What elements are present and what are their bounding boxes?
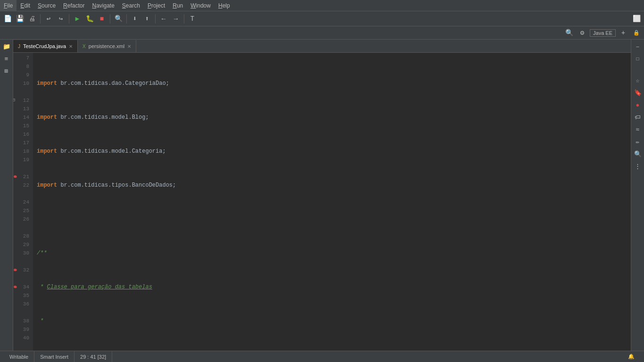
editor-area: J TesteCrudJpa.java ✕ X persistence.xml … <box>13 40 631 351</box>
ln-24: 24 <box>13 198 29 206</box>
save-btn[interactable]: 💾 <box>14 13 25 25</box>
undo-btn[interactable]: ↩ <box>43 13 54 25</box>
bookmark-icon[interactable]: 🔖 <box>633 88 643 98</box>
menu-edit[interactable]: Edit <box>17 0 34 11</box>
task-icon[interactable]: ☆ <box>633 75 643 86</box>
java-file-icon: J <box>18 44 20 49</box>
sep1 <box>40 14 41 24</box>
java-ee-perspective[interactable]: Java EE <box>590 29 616 37</box>
menu-window[interactable]: Window <box>187 0 215 11</box>
ln-16: 16 <box>13 130 29 139</box>
ln-31 <box>13 257 29 266</box>
menu-source[interactable]: Source <box>34 0 59 11</box>
maximize-editor-icon[interactable]: □ <box>633 54 643 64</box>
right-iconbar: — □ ☆ 🔖 ● 🏷 ≈ ✏ 🔍 ⋮ <box>631 40 644 351</box>
code-line-14: * <box>35 317 629 325</box>
ln-19: 19 <box>13 156 29 164</box>
menu-refactor[interactable]: Refactor <box>59 0 88 11</box>
position-label: 29 : 41 [32] <box>80 354 106 360</box>
ln-33 <box>13 274 29 283</box>
stop-btn[interactable]: ■ <box>96 13 107 25</box>
open-perspective-btn[interactable]: + <box>618 27 629 39</box>
ln-20 <box>13 164 29 173</box>
tab-java-close[interactable]: ✕ <box>69 44 73 49</box>
sep3 <box>110 14 110 24</box>
code-editor[interactable]: 7 8 9 10 12⊟ 13 14 15 16 17 18 19 ●21 22… <box>13 53 631 351</box>
tab-xml-label: persistence.xml <box>89 43 124 49</box>
perspective-icon[interactable]: ⚙ <box>577 27 588 39</box>
hierarchy-icon[interactable]: ⊞ <box>1 66 12 76</box>
ln-10: 10 <box>13 79 29 88</box>
next-error[interactable]: ⬇ <box>129 13 140 25</box>
ln-37 <box>13 308 29 317</box>
status-notifications[interactable]: 🔔 <box>622 351 640 362</box>
tab-java-label: TesteCrudJpa.java <box>23 43 66 49</box>
ln-28: 28 <box>13 232 29 240</box>
open-type[interactable]: T <box>187 13 198 25</box>
tab-bar: J TesteCrudJpa.java ✕ X persistence.xml … <box>13 40 631 53</box>
quick-diff-icon[interactable]: ≈ <box>633 124 643 135</box>
breakpoint-icon[interactable]: ● <box>633 100 643 110</box>
ln-9: 9 <box>13 71 29 79</box>
ln-8: 8 <box>13 62 29 71</box>
ln-13: 13 <box>13 105 29 113</box>
tab-xml[interactable]: X persistence.xml ✕ <box>78 40 136 52</box>
new-btn[interactable]: 📄 <box>2 13 13 25</box>
forward-btn[interactable]: → <box>170 13 182 25</box>
search-btn[interactable]: 🔍 <box>113 13 124 25</box>
search-perspective-btn[interactable]: 🔍 <box>563 27 575 39</box>
ln-11 <box>13 88 29 96</box>
insert-mode-label: Smart Insert <box>40 354 68 360</box>
menu-help[interactable]: Help <box>215 0 234 11</box>
outline-markers-icon[interactable]: ⋮ <box>633 161 643 172</box>
ln-38: 38 <box>13 317 29 325</box>
outline-icon[interactable]: ≡ <box>1 54 12 64</box>
ln-15: 15 <box>13 122 29 130</box>
search-results-icon[interactable]: 🔍 <box>633 149 643 159</box>
menu-file[interactable]: File <box>0 0 17 11</box>
ln-30: 30 <box>13 249 29 257</box>
status-writable: Writable <box>4 351 34 362</box>
maximize-btn[interactable]: ⬜ <box>631 13 642 25</box>
code-line-8: import br.com.tidicas.model.Blog; <box>35 113 629 122</box>
sep5 <box>155 14 156 24</box>
lock-icon[interactable]: 🔒 <box>631 27 642 39</box>
perspective-toolbar: 🔍 ⚙ Java EE + 🔒 <box>0 26 644 40</box>
ln-17: 17 <box>13 139 29 147</box>
xml-file-icon: X <box>83 44 86 49</box>
ln-34: ●34 <box>13 283 29 291</box>
menu-search[interactable]: Search <box>118 0 144 11</box>
prev-error[interactable]: ⬆ <box>141 13 153 25</box>
run-btn[interactable]: ▶ <box>72 13 83 25</box>
debug-btn[interactable]: 🐛 <box>84 13 95 25</box>
code-line-7: import br.com.tidicas.dao.CategoriaDao; <box>35 79 629 88</box>
ln-12: 12⊟ <box>13 96 29 105</box>
line-numbers: 7 8 9 10 12⊟ 13 14 15 16 17 18 19 ●21 22… <box>13 53 33 351</box>
sep2 <box>69 14 69 24</box>
pen-icon[interactable]: ✏ <box>633 137 643 147</box>
back-btn[interactable]: ← <box>158 13 169 25</box>
menu-bar: File Edit Source Refactor Navigate Searc… <box>0 0 644 11</box>
left-iconbar: 📁 ≡ ⊞ <box>0 40 13 351</box>
tab-java[interactable]: J TesteCrudJpa.java ✕ <box>13 40 78 52</box>
code-content[interactable]: import br.com.tidicas.dao.CategoriaDao; … <box>33 53 631 351</box>
ln-29: 29 <box>13 240 29 249</box>
ln-14: 14 <box>13 113 29 122</box>
ln-27 <box>13 223 29 232</box>
menu-project[interactable]: Project <box>144 0 169 11</box>
ln-26: 26 <box>13 215 29 223</box>
annotation-icon[interactable]: 🏷 <box>633 112 643 123</box>
ln-23 <box>13 189 29 198</box>
code-line-13: * Classe para geração das tabelas <box>35 283 629 291</box>
ln-35: 35 <box>13 291 29 300</box>
tab-xml-close[interactable]: ✕ <box>127 44 131 49</box>
minimize-editor-icon[interactable]: — <box>633 41 643 52</box>
package-explorer-icon[interactable]: 📁 <box>1 41 12 52</box>
ln-25: 25 <box>13 206 29 215</box>
ln-18: 18 <box>13 147 29 156</box>
status-position: 29 : 41 [32] <box>74 351 112 362</box>
print-btn[interactable]: 🖨 <box>26 13 38 25</box>
redo-btn[interactable]: ↪ <box>55 13 66 25</box>
menu-navigate[interactable]: Navigate <box>88 0 118 11</box>
menu-run[interactable]: Run <box>169 0 187 11</box>
